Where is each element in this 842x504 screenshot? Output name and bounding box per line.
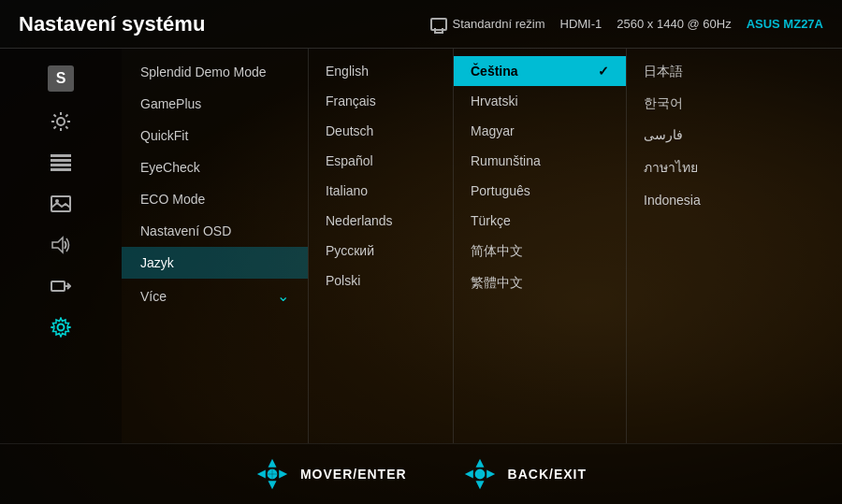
input-icon [50, 275, 72, 297]
svg-line-7 [65, 115, 67, 117]
sidebar-item-image[interactable] [0, 183, 122, 224]
svg-rect-16 [51, 281, 65, 291]
s-logo-icon: S [48, 65, 74, 92]
language-column-2: Čeština ✓ Hrvatski Magyar Rumunština Por… [454, 49, 627, 443]
dpad-move-icon [255, 457, 289, 491]
content-area: S [0, 49, 842, 443]
move-enter-control: MOVER/ENTER [255, 457, 407, 491]
back-exit-control: BACK/EXIT [463, 457, 587, 491]
connection-label: HDMI-1 [560, 17, 602, 31]
lang-francais[interactable]: Français [309, 86, 453, 116]
svg-rect-12 [51, 168, 71, 171]
gear-icon [50, 316, 72, 338]
lang-hrvatski[interactable]: Hrvatski [454, 86, 626, 116]
header-info: Standardní režim HDMI-1 2560 x 1440 @ 60… [430, 17, 823, 31]
svg-rect-11 [51, 164, 71, 166]
svg-marker-22 [257, 470, 266, 479]
lang-indonesia[interactable]: Indonesia [627, 185, 842, 215]
lang-cestina[interactable]: Čeština ✓ [454, 56, 626, 86]
language-column-1: English Français Deutsch Español Italian… [309, 49, 454, 443]
header: Nastavení systému Standardní režim HDMI-… [0, 0, 842, 49]
lang-italiano[interactable]: Italiano [309, 176, 453, 206]
header-mode: Standardní režim [430, 17, 545, 31]
svg-marker-28 [475, 481, 484, 489]
mode-label: Standardní režim [453, 17, 545, 31]
menu-item-eco-mode[interactable]: ECO Mode [122, 183, 308, 215]
lang-nederlands[interactable]: Nederlands [309, 206, 453, 236]
menu-item-jazyk[interactable]: Jazyk [122, 247, 308, 279]
chevron-down-icon: ⌄ [277, 287, 289, 305]
lang-polski[interactable]: Polski [309, 266, 453, 295]
sidebar-item-system[interactable] [0, 307, 122, 348]
svg-marker-30 [486, 470, 495, 479]
lang-magyar[interactable]: Magyar [454, 116, 626, 146]
svg-line-6 [65, 126, 67, 128]
svg-point-18 [58, 324, 65, 331]
svg-marker-15 [52, 238, 63, 252]
page-title: Nastavení systému [19, 12, 205, 36]
main-menu-column: Splendid Demo Mode GamePlus QuickFit Eye… [122, 49, 309, 443]
svg-line-8 [54, 126, 56, 128]
sidebar: S [0, 49, 122, 443]
lang-english[interactable]: English [309, 56, 453, 86]
dpad-back-icon [463, 457, 497, 491]
footer: MOVER/ENTER BACK/EXIT [0, 443, 842, 504]
svg-marker-27 [475, 459, 484, 468]
lang-turkce[interactable]: Türkçe [454, 206, 626, 236]
lang-chinese-simplified[interactable]: 简体中文 [454, 236, 626, 267]
svg-marker-29 [464, 470, 472, 479]
check-icon: ✓ [598, 64, 609, 79]
sidebar-item-sound[interactable] [0, 224, 122, 266]
svg-rect-10 [51, 159, 71, 162]
lang-portugues[interactable]: Português [454, 176, 626, 206]
language-column-3: 日本語 한국어 فارسی ภาษาไทย Indonesia [627, 49, 842, 443]
menu-item-vice[interactable]: Více ⌄ [122, 279, 308, 313]
menu-item-splendid-demo[interactable]: Splendid Demo Mode [122, 56, 308, 88]
back-exit-label: BACK/EXIT [508, 467, 587, 482]
lang-thai[interactable]: ภาษาไทย [627, 150, 842, 185]
lang-deutsch[interactable]: Deutsch [309, 116, 453, 146]
menu-area: Splendid Demo Mode GamePlus QuickFit Eye… [122, 49, 842, 443]
lang-chinese-traditional[interactable]: 繁體中文 [454, 267, 626, 299]
sound-icon [50, 234, 72, 256]
menu-item-osd[interactable]: Nastavení OSD [122, 215, 308, 247]
sidebar-item-input[interactable] [0, 266, 122, 307]
svg-marker-20 [268, 459, 276, 468]
menu-item-eyecheck[interactable]: EyeCheck [122, 151, 308, 183]
image-icon [50, 193, 72, 215]
lang-korean[interactable]: 한국어 [627, 88, 842, 120]
menu-item-quickfit[interactable]: QuickFit [122, 120, 308, 151]
lang-russian[interactable]: Русский [309, 236, 453, 266]
sidebar-item-logo[interactable]: S [0, 56, 122, 101]
sidebar-item-splendid[interactable] [0, 101, 122, 142]
monitor-icon [430, 18, 447, 31]
lang-farsi[interactable]: فارسی [627, 120, 842, 150]
brand-label: ASUS MZ27A [747, 17, 823, 31]
bars-icon [50, 151, 72, 174]
move-enter-label: MOVER/ENTER [300, 467, 407, 482]
svg-marker-21 [268, 481, 276, 489]
svg-marker-23 [279, 470, 287, 479]
svg-rect-13 [51, 196, 70, 211]
sidebar-item-color[interactable] [0, 142, 122, 183]
svg-point-26 [474, 469, 485, 480]
lang-japanese[interactable]: 日本語 [627, 56, 842, 88]
svg-rect-9 [51, 154, 71, 157]
menu-item-gameplus[interactable]: GamePlus [122, 88, 308, 120]
sun-icon [50, 110, 72, 133]
lang-rumunstina[interactable]: Rumunština [454, 146, 626, 176]
lang-espanol[interactable]: Español [309, 146, 453, 176]
svg-line-5 [54, 115, 56, 117]
resolution-label: 2560 x 1440 @ 60Hz [617, 17, 731, 31]
svg-point-0 [57, 118, 65, 125]
